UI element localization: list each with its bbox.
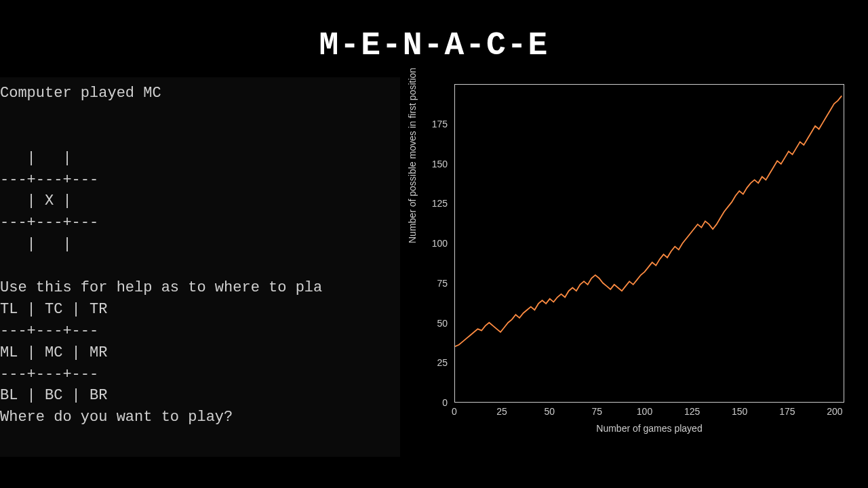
chart-y-tick: 100 xyxy=(432,238,448,249)
chart-line xyxy=(455,85,844,402)
chart-x-tick: 150 xyxy=(732,406,747,417)
board-separator: ---+---+--- xyxy=(0,171,98,188)
help-row-1: TL | TC | TR xyxy=(0,301,107,318)
chart-area: Number of possible moves in first positi… xyxy=(407,77,848,436)
help-row-3: BL | BC | BR xyxy=(0,387,107,404)
terminal-prompt: Where do you want to play? xyxy=(0,409,233,426)
page-title: M-E-N-A-C-E xyxy=(0,0,868,77)
chart-x-tick: 200 xyxy=(827,406,842,417)
terminal-status: Computer played MC xyxy=(0,85,161,102)
board-row-2: | X | xyxy=(0,192,72,209)
chart-x-tick: 25 xyxy=(496,406,507,417)
chart-x-tick: 125 xyxy=(684,406,700,417)
chart-y-tick: 50 xyxy=(437,318,448,329)
help-separator: ---+---+--- xyxy=(0,323,98,340)
chart-x-tick: 175 xyxy=(779,406,795,417)
board-row-1: | | xyxy=(0,150,72,167)
chart-y-tick: 75 xyxy=(437,278,448,289)
chart-y-tick: 25 xyxy=(437,357,448,368)
board-row-3: | | xyxy=(0,236,72,253)
help-intro: Use this for help as to where to pla xyxy=(0,279,322,296)
chart-panel: Number of possible moves in first positi… xyxy=(400,77,868,457)
chart-x-tick: 75 xyxy=(592,406,603,417)
chart-plot-box xyxy=(454,84,844,403)
chart-y-tick: 0 xyxy=(442,397,448,408)
chart-y-tick: 125 xyxy=(432,198,448,209)
help-separator: ---+---+--- xyxy=(0,366,98,383)
chart-y-tick: 150 xyxy=(432,159,448,169)
content-area: Computer played MC | | ---+---+--- | X |… xyxy=(0,77,868,457)
chart-x-axis-label: Number of games played xyxy=(454,423,844,434)
chart-x-tick: 50 xyxy=(544,406,555,417)
help-row-2: ML | MC | MR xyxy=(0,344,107,361)
chart-y-tick: 175 xyxy=(432,119,448,129)
chart-x-tick: 100 xyxy=(637,406,652,417)
board-separator: ---+---+--- xyxy=(0,214,98,231)
chart-x-tick: 0 xyxy=(452,406,457,417)
chart-y-ticks: 0255075100125150175 xyxy=(407,84,451,403)
terminal-panel[interactable]: Computer played MC | | ---+---+--- | X |… xyxy=(0,77,400,457)
